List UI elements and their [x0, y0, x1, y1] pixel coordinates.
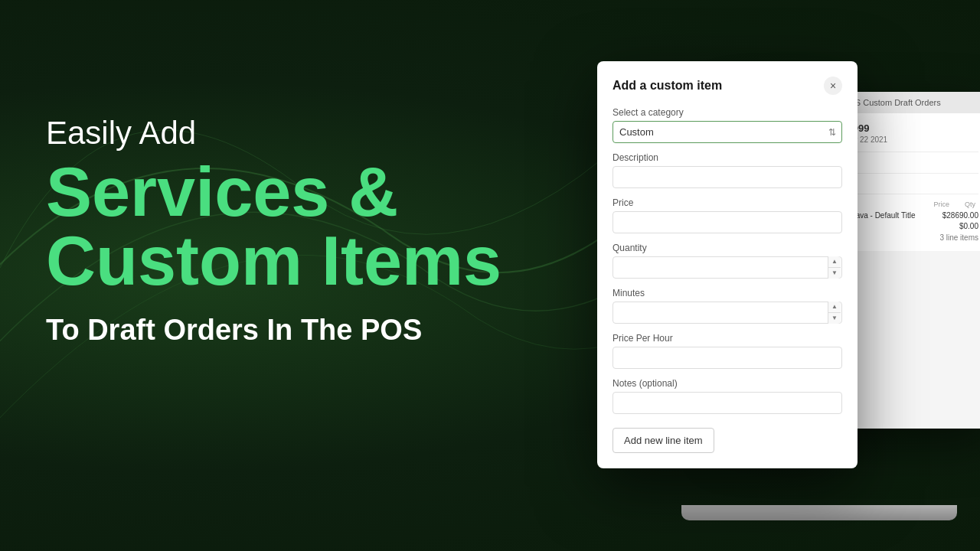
- category-field: Select a category Custom Service ⇅: [612, 107, 842, 143]
- quantity-label: Quantity: [612, 243, 842, 253]
- services-text: Services &: [46, 158, 501, 227]
- quantity-input[interactable]: [612, 256, 842, 279]
- modal-close-button[interactable]: ×: [824, 77, 842, 95]
- modal-title: Add a custom item: [612, 79, 722, 93]
- modal-header: Add a custom item ×: [612, 77, 842, 95]
- quantity-up-button[interactable]: ▲: [828, 256, 841, 268]
- price-field: Price: [612, 197, 842, 233]
- laptop-base: [681, 505, 957, 520]
- minutes-field: Minutes ▲ ▼: [612, 288, 842, 324]
- quantity-input-wrapper: ▲ ▼: [612, 256, 842, 279]
- quantity-field: Quantity ▲ ▼: [612, 243, 842, 279]
- notes-input[interactable]: [612, 392, 842, 414]
- category-select[interactable]: Custom Service: [612, 121, 842, 143]
- add-line-item-button[interactable]: Add new line item: [612, 428, 714, 453]
- subtitle-text: To Draft Orders In The POS: [46, 314, 501, 347]
- left-content: Easily Add Services & Custom Items To Dr…: [46, 115, 501, 347]
- minutes-down-button[interactable]: ▼: [828, 313, 841, 324]
- col-qty-header: Qty: [965, 201, 975, 208]
- category-select-wrapper: Custom Service ⇅: [612, 121, 842, 143]
- description-field: Description: [612, 152, 842, 188]
- line-item-price-2: $0.00: [933, 222, 978, 230]
- notes-label: Notes (optional): [612, 378, 842, 389]
- custom-items-text: Custom Items: [46, 227, 501, 295]
- quantity-arrows: ▲ ▼: [828, 256, 841, 279]
- notes-field: Notes (optional): [612, 378, 842, 414]
- category-label: Select a category: [612, 107, 842, 118]
- price-per-hour-input[interactable]: [612, 347, 842, 369]
- price-per-hour-field: Price Per Hour: [612, 333, 842, 369]
- minutes-input[interactable]: [612, 302, 842, 324]
- add-custom-item-modal: Add a custom item × Select a category Cu…: [597, 61, 858, 468]
- minutes-up-button[interactable]: ▲: [828, 302, 841, 313]
- price-label: Price: [612, 197, 842, 208]
- price-input[interactable]: [612, 211, 842, 233]
- price-per-hour-label: Price Per Hour: [612, 333, 842, 344]
- line-item-price: $28690.00: [933, 211, 978, 220]
- minutes-input-wrapper: ▲ ▼: [612, 302, 842, 324]
- minutes-label: Minutes: [612, 288, 842, 298]
- col-price-header: Price: [933, 201, 949, 208]
- description-label: Description: [612, 152, 842, 163]
- quantity-down-button[interactable]: ▼: [828, 268, 841, 279]
- minutes-arrows: ▲ ▼: [828, 302, 841, 324]
- description-input[interactable]: [612, 166, 842, 188]
- easily-add-text: Easily Add: [46, 115, 501, 152]
- right-section: Lazer: POS Custom Draft Orders #D99 Mon …: [658, 61, 980, 520]
